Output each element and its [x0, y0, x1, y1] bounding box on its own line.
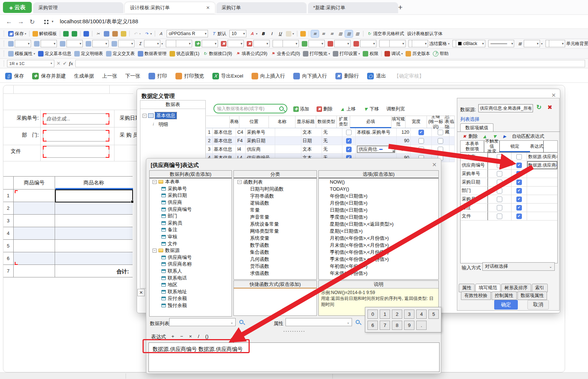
no-trigger-checkbox[interactable]: [497, 214, 502, 219]
option-item[interactable]: 月份值(<日期值>): [319, 199, 438, 206]
floating-close-button[interactable]: ✕: [137, 289, 145, 296]
import-icon[interactable]: [82, 30, 90, 37]
cell-expression[interactable]: [527, 187, 557, 195]
row-number[interactable]: 7: [3, 265, 14, 277]
column-header[interactable]: 数据类型: [316, 116, 337, 128]
tree-item[interactable]: 地区: [150, 281, 232, 288]
permissions-button[interactable]: 权限: [362, 50, 379, 58]
tree-item[interactable]: 采购日期: [150, 192, 232, 199]
toolbar-select[interactable]: [41, 40, 57, 47]
property-tab[interactable]: 填写规范: [475, 284, 500, 292]
required-checkbox[interactable]: [346, 138, 352, 144]
sep[interactable]: [80, 31, 81, 37]
column-header[interactable]: 在总表 隐藏: [445, 116, 450, 128]
define-basic-info-button[interactable]: 定义基本信息: [37, 50, 72, 58]
no-trigger-checkbox[interactable]: [497, 180, 502, 185]
more-options-icon[interactable]: •••: [556, 163, 557, 167]
toolbar-select[interactable]: [228, 40, 244, 47]
move-down-button[interactable]: ▼ 下移: [362, 105, 380, 113]
delete-col-table-icon[interactable]: ✖: [246, 39, 271, 48]
assignment-row[interactable]: 文件: [461, 212, 557, 221]
category-item[interactable]: 网络类型常量: [234, 228, 317, 235]
vertical-bottom-icon[interactable]: ▥: [353, 30, 361, 37]
sep[interactable]: [92, 31, 92, 37]
remove-datasource-icon[interactable]: ✖: [547, 104, 552, 111]
keypad-key[interactable]: .: [416, 321, 427, 330]
no-trigger-checkbox[interactable]: [497, 154, 502, 160]
column-header[interactable]: 锁定: [500, 141, 530, 152]
tree-item[interactable]: − 数据源: [150, 247, 232, 254]
tree-item[interactable]: 采购员: [150, 220, 232, 227]
add-data-item-button[interactable]: ✚ 添加: [292, 105, 310, 113]
row-number[interactable]: 4: [3, 227, 14, 239]
assignment-row[interactable]: 部门: [461, 187, 557, 195]
generate-doc-button[interactable]: 生成单据: [74, 73, 94, 79]
data-table-mgmt-button[interactable]: 数据表管理: [137, 50, 168, 58]
sep[interactable]: [29, 31, 30, 37]
apps-grid-caret-icon[interactable]: ▾: [52, 20, 54, 23]
toolbar-select[interactable]: [253, 40, 270, 47]
merge-cell-icon[interactable]: [7, 39, 32, 48]
url-text[interactable]: localhost:88/10001/表单定义/188: [60, 18, 138, 25]
cell-expression[interactable]: 数据源.供应商名称: [527, 153, 557, 161]
cell-name-box[interactable]: 1R x 1C▾: [7, 60, 54, 67]
auto-match-expression-button[interactable]: 自动匹配表达式: [511, 133, 545, 140]
print-button[interactable]: 打印: [148, 73, 167, 79]
sep[interactable]: [363, 31, 363, 37]
option-item[interactable]: 日期值(<日期值>): [319, 206, 438, 214]
formula-cancel-icon[interactable]: ✕: [57, 61, 61, 66]
no-trigger-checkbox[interactable]: [497, 188, 502, 194]
template-props-button[interactable]: 模板属性 ▾: [7, 50, 36, 58]
search-icon[interactable]: [279, 106, 284, 111]
confirm-audit-button[interactable]: 【确定审核】: [394, 73, 424, 79]
primary-key-checkbox[interactable]: [418, 138, 424, 144]
lock-cell-icon[interactable]: [299, 30, 307, 37]
no-trigger-checkbox[interactable]: [497, 163, 502, 168]
column-header[interactable]: 必填: [350, 116, 392, 128]
option-item[interactable]: 月初值(<年份值>,<月份值>): [319, 235, 438, 242]
category-item[interactable]: 求值函数: [234, 270, 317, 277]
no-trigger-checkbox[interactable]: [497, 197, 502, 202]
line-style-select[interactable]: ————: [487, 39, 515, 48]
tree-item[interactable]: 供应商编号: [150, 206, 232, 213]
format-painter-icon[interactable]: [120, 30, 127, 37]
export-excel-button[interactable]: X 导出Excel: [212, 73, 243, 79]
keypad-key[interactable]: 0: [368, 310, 378, 319]
align-left-icon[interactable]: ≡: [311, 30, 319, 37]
required-checkbox[interactable]: [346, 130, 352, 135]
formula-input[interactable]: [75, 60, 585, 67]
category-item[interactable]: 常量: [234, 206, 317, 214]
row-number[interactable]: 3: [3, 215, 14, 227]
toolbar-select[interactable]: [92, 40, 109, 47]
keypad-key[interactable]: 9: [404, 321, 414, 330]
help-button[interactable]: ? 帮助: [432, 50, 449, 58]
clear-cell-style-button[interactable]: ↻ 清空单元格样式: [365, 30, 405, 38]
search-icon[interactable]: [239, 320, 243, 324]
cancel-button[interactable]: 取消: [527, 300, 549, 310]
tab-close-icon[interactable]: ✕: [206, 5, 210, 10]
keypad-key[interactable]: 6: [368, 321, 378, 330]
attribute-select[interactable]: ⌄: [286, 318, 352, 326]
toolbar-select[interactable]: [360, 40, 376, 47]
data-item-row[interactable]: 2 基本信息 F4 采购日期 日期 无 90: [206, 137, 455, 145]
toolbar-select[interactable]: [283, 40, 299, 47]
toolbar-select[interactable]: 10: [229, 30, 246, 37]
category-item[interactable]: 声音常量: [234, 214, 317, 221]
tree-item[interactable]: 部门: [150, 213, 232, 220]
category-item[interactable]: 货币函数: [234, 263, 317, 270]
cell-expression[interactable]: [527, 170, 557, 178]
font-color-icon[interactable]: A ▾: [248, 30, 259, 37]
tree-item[interactable]: 预付余额: [150, 302, 232, 309]
column-header[interactable]: 本表单 数据项: [461, 141, 484, 152]
splitter-handle[interactable]: [283, 331, 305, 332]
exit-button[interactable]: ○ 退出: [367, 73, 386, 79]
toolbar-select[interactable]: [15, 40, 31, 47]
border-color-select[interactable]: clBlack: [455, 39, 486, 48]
product-code-cell[interactable]: [14, 215, 55, 227]
prev-record-button[interactable]: 上一张: [102, 73, 117, 79]
column-header[interactable]: 填写规范: [392, 116, 406, 128]
option-item[interactable]: 年份值(<日期值>): [319, 192, 438, 199]
tree-item-detail[interactable]: 明细: [158, 121, 168, 128]
cell-fill-rule[interactable]: 供应商信.•••: [356, 145, 397, 153]
option-item[interactable]: 季末值(<年份值>,<月份值>): [319, 256, 438, 263]
